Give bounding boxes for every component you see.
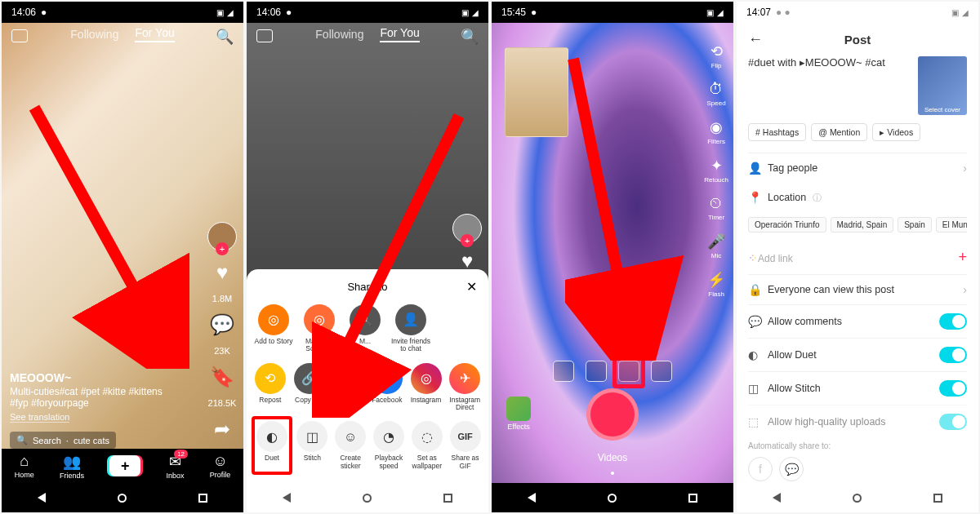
profile-icon: ☺ [212, 453, 227, 470]
share-invite[interactable]: 👤Invite friends to chat [390, 304, 431, 353]
overview-icon[interactable] [933, 494, 942, 503]
home-circle-icon[interactable] [118, 494, 127, 503]
share-to-row: f 💬 [748, 454, 967, 483]
see-translation-link[interactable]: See translation [10, 412, 69, 423]
close-icon[interactable]: ✕ [466, 279, 477, 295]
location-chip[interactable]: El Mundo [936, 217, 967, 233]
stitch-toggle[interactable] [939, 380, 967, 397]
share-facebook[interactable]: fFacebook [370, 363, 404, 412]
location-chip[interactable]: Operación Triunfo [748, 217, 826, 233]
location-chip[interactable]: Madrid, Spain [831, 217, 894, 233]
share-email[interactable]: ✉Email [331, 363, 365, 412]
comment-icon: 💬 [748, 315, 761, 328]
layout-split-button[interactable] [586, 361, 607, 382]
nav-friends[interactable]: 👥Friends [60, 453, 84, 480]
search-pill-query: cute cats [74, 436, 109, 445]
share-gif[interactable]: GIFShare as GIF [448, 421, 482, 470]
comments-toggle[interactable] [939, 313, 967, 330]
share-stitch[interactable]: ◫Stitch [296, 421, 329, 470]
overview-icon[interactable] [443, 494, 452, 503]
nav-home[interactable]: ⌂Home [15, 453, 34, 479]
retouch-button[interactable]: ✦Retouch [704, 157, 728, 184]
follow-plus-icon[interactable]: + [461, 234, 474, 247]
share-chat[interactable]: 💬 [779, 457, 804, 481]
android-nav [2, 483, 243, 512]
share-copylink[interactable]: 🔗Copy link [292, 363, 327, 412]
android-nav [247, 483, 488, 512]
effects-button[interactable]: Effects [506, 397, 531, 431]
caption-chip-row: #Hashtags @Mention ▸Videos [748, 123, 967, 141]
nav-create[interactable]: + [109, 455, 140, 476]
back-icon[interactable] [773, 493, 781, 503]
back-icon[interactable] [528, 493, 536, 503]
mic-button[interactable]: 🎤Mic [707, 233, 725, 259]
flash-icon: ⚡ [707, 271, 725, 289]
flip-button[interactable]: ⟲Flip [710, 42, 723, 69]
share-contact[interactable]: ◎Malavida Software [299, 304, 340, 353]
nav-inbox[interactable]: ✉Inbox [167, 453, 185, 480]
share-speed[interactable]: ◔Playback speed [372, 421, 406, 470]
back-icon[interactable] [283, 493, 291, 503]
privacy-row[interactable]: 🔒Everyone can view this post› [748, 274, 967, 304]
share-add-story[interactable]: ◎Add to Story [253, 304, 294, 353]
tab-foryou[interactable]: For You [135, 26, 174, 42]
feed-screen: 14:06● ▣◢ Following For You 🔍 + ♥ 1.8M 💬… [2, 2, 243, 512]
info-icon[interactable]: ⓘ [813, 192, 822, 204]
android-nav [737, 483, 978, 512]
share-sticker[interactable]: ☺Create sticker [334, 421, 368, 470]
tab-following[interactable]: Following [315, 28, 363, 41]
share-instagram-direct[interactable]: ✈Instagram Direct [448, 363, 482, 412]
speed-button[interactable]: ⏱Speed [707, 81, 726, 107]
home-circle-icon[interactable] [363, 494, 372, 503]
back-icon[interactable] [38, 493, 46, 503]
caption-input[interactable]: #duet with ▸MEOOOW~ #cat [748, 56, 910, 115]
share-duet[interactable]: ◐Duet [252, 416, 292, 475]
location-chip[interactable]: Spain [898, 217, 932, 233]
search-icon[interactable]: 🔍 [216, 28, 234, 46]
flash-button[interactable]: ⚡Flash [707, 271, 725, 298]
camera-mode-tab[interactable]: Videos [492, 452, 733, 463]
author-avatar[interactable]: + [452, 214, 482, 243]
search-pill[interactable]: 🔍 Search · cute cats [10, 432, 116, 449]
share-instagram[interactable]: ◎Instagram [409, 363, 443, 412]
layout-pip-button[interactable] [553, 361, 574, 382]
videos-chip[interactable]: ▸Videos [872, 123, 920, 141]
record-button[interactable] [586, 388, 639, 441]
add-link-row[interactable]: ⁘Add link+ [748, 241, 967, 274]
save-icon[interactable]: 🔖 [209, 364, 235, 390]
share-facebook[interactable]: f [748, 457, 773, 481]
hq-toggle[interactable] [939, 414, 967, 430]
duet-pip[interactable] [505, 47, 568, 137]
mic-icon: 🎤 [707, 233, 725, 250]
hashtag-chip[interactable]: #Hashtags [748, 123, 806, 141]
chevron-right-icon: › [963, 162, 967, 175]
timer-button[interactable]: ⏲Timer [708, 195, 724, 221]
overview-icon[interactable] [688, 494, 697, 503]
search-icon[interactable]: 🔍 [461, 28, 479, 46]
back-arrow-icon[interactable]: ← [748, 31, 763, 48]
speed-icon: ⏱ [709, 81, 724, 98]
home-circle-icon[interactable] [608, 494, 617, 503]
follow-plus-icon[interactable]: + [216, 242, 229, 255]
layout-stack-button[interactable] [651, 361, 672, 382]
like-icon[interactable]: ♥ [209, 259, 235, 286]
share-wallpaper[interactable]: ◌Set as wallpaper [410, 421, 443, 470]
author-avatar[interactable]: + [207, 222, 237, 251]
author-name[interactable]: MEOOOW~ [10, 371, 173, 384]
tab-foryou[interactable]: For You [380, 26, 419, 42]
mention-chip[interactable]: @Mention [811, 123, 867, 141]
share-repost[interactable]: ⟲Repost [253, 363, 287, 412]
tab-following[interactable]: Following [70, 28, 118, 41]
wallpaper-icon: ◌ [412, 421, 443, 452]
cover-thumbnail[interactable]: Select cover [918, 56, 967, 115]
home-circle-icon[interactable] [853, 494, 862, 503]
share-contact[interactable]: 🔍M... [345, 304, 385, 353]
duet-toggle[interactable] [939, 347, 967, 363]
location-row[interactable]: 📍Locationⓘ [748, 183, 967, 212]
filters-button[interactable]: ◉Filters [707, 118, 725, 145]
overview-icon[interactable] [198, 494, 207, 503]
share-icon[interactable]: ➦ [209, 416, 235, 442]
nav-profile[interactable]: ☺Profile [210, 453, 231, 479]
comment-icon[interactable]: 💬 [209, 312, 235, 338]
tag-people-row[interactable]: 👤Tag people› [748, 153, 967, 183]
